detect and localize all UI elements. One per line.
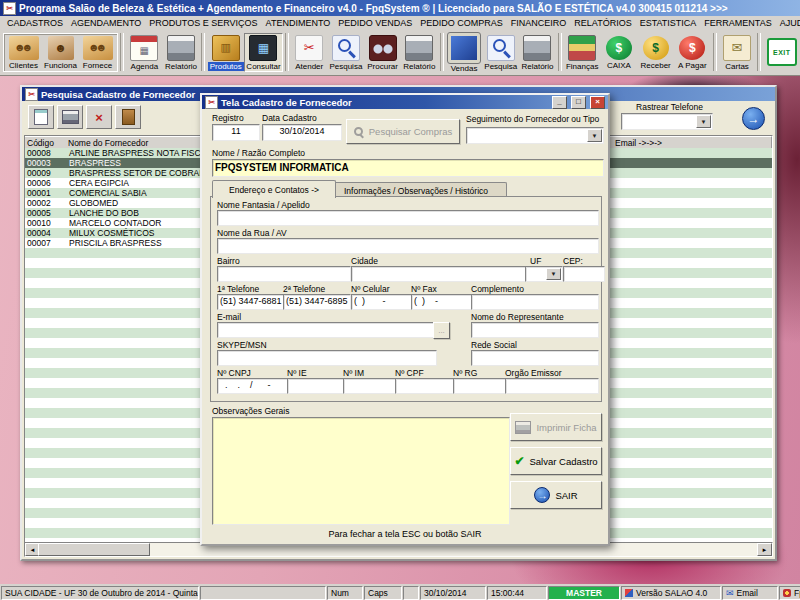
- representante-label: Nome do Representante: [471, 313, 564, 322]
- receber-button[interactable]: Receber: [637, 35, 674, 70]
- maximize-button[interactable]: □: [571, 96, 586, 109]
- menu-financeiro[interactable]: FINANCEIRO: [507, 16, 571, 29]
- go-search-button[interactable]: [742, 107, 765, 130]
- funcionarios-button[interactable]: Funciona: [42, 35, 79, 70]
- menu-cadastros[interactable]: CADASTROS: [3, 16, 67, 29]
- agenda-relatorio-button[interactable]: Relatório: [163, 34, 200, 71]
- tab-endereco-contatos[interactable]: Endereço e Contatos ->: [212, 180, 336, 198]
- salvar-cadastro-button[interactable]: Salvar Cadastro: [510, 447, 602, 475]
- status-email[interactable]: Email: [722, 586, 778, 600]
- agenda-button[interactable]: Agenda: [126, 34, 163, 71]
- email-browse-button[interactable]: ...: [433, 322, 450, 339]
- financas-button[interactable]: Finanças: [564, 34, 601, 71]
- menu-ferramentas[interactable]: FERRAMENTAS: [700, 16, 775, 29]
- tel2-field[interactable]: (51) 3447-6895: [283, 294, 351, 310]
- cnpj-field[interactable]: . . / -: [217, 378, 289, 394]
- menu-pedido-vendas[interactable]: PEDIDO VENDAS: [334, 16, 416, 29]
- toolbar-separator: [757, 33, 761, 71]
- print-button[interactable]: [57, 105, 83, 129]
- caixa-button[interactable]: CAIXA: [601, 35, 638, 70]
- status-location: SUA CIDADE - UF 30 de Outubro de 2014 - …: [1, 586, 199, 600]
- employees-icon: [48, 36, 74, 60]
- toolbar-separator: [558, 33, 562, 71]
- fornecedores-button[interactable]: Fornece: [79, 35, 116, 70]
- clients-icon: [9, 36, 39, 60]
- rastrear-telefone-combo[interactable]: -: [621, 113, 713, 130]
- data-cadastro-field[interactable]: 30/10/2014: [262, 124, 342, 141]
- menu-atendimento[interactable]: ATENDIMENTO: [262, 16, 335, 29]
- new-record-button[interactable]: [28, 105, 54, 129]
- atender-pesquisa-button[interactable]: Pesquisa: [328, 34, 365, 71]
- sair-button[interactable]: SAIR: [510, 481, 602, 509]
- uf-combo[interactable]: [525, 266, 563, 282]
- close-button[interactable]: ×: [590, 96, 605, 109]
- registro-field[interactable]: 11: [212, 124, 260, 141]
- cadastro-fornecedor-dialog: Tela Cadastro de Fornecedor _ □ × Regist…: [200, 93, 610, 546]
- chevron-down-icon[interactable]: [546, 268, 561, 280]
- complemento-field[interactable]: [471, 294, 599, 310]
- fax-field[interactable]: ( ) -: [411, 294, 473, 310]
- cpf-field[interactable]: [395, 378, 455, 394]
- nome-razao-field[interactable]: FPQSYSTEM INFORMATICA: [212, 159, 604, 177]
- complemento-label: Complemento: [471, 285, 524, 294]
- scroll-right-button[interactable]: ►: [757, 543, 772, 556]
- cartas-button[interactable]: Cartas: [719, 34, 756, 71]
- minimize-button[interactable]: _: [552, 96, 567, 109]
- status-num: Num: [327, 586, 363, 600]
- observacoes-textarea[interactable]: [212, 417, 510, 525]
- consultar-button[interactable]: Consultar: [244, 33, 283, 72]
- cidade-field[interactable]: [351, 266, 527, 282]
- atender-relatorio-button[interactable]: Relatório: [401, 34, 438, 71]
- menu-relatorios[interactable]: RELATÓRIOS: [570, 16, 635, 29]
- nome-fantasia-field[interactable]: [217, 210, 599, 226]
- ie-field[interactable]: [287, 378, 345, 394]
- toolbar-separator: [440, 33, 444, 71]
- atender-button[interactable]: Atender: [291, 34, 328, 71]
- menu-produtos-servicos[interactable]: PRODUTOS E SERVIÇOS: [145, 16, 261, 29]
- procurar-button[interactable]: Procurar: [364, 34, 401, 71]
- produtos-button[interactable]: Produtos: [207, 34, 244, 71]
- cep-field[interactable]: [563, 266, 605, 282]
- window-toolbar: [28, 105, 141, 129]
- printer-icon: [62, 110, 79, 124]
- celular-field[interactable]: ( ) -: [351, 294, 413, 310]
- close-window-button[interactable]: [115, 105, 141, 129]
- menu-ajuda[interactable]: AJUDA: [776, 16, 800, 29]
- tel1-field[interactable]: (51) 3447-6881: [217, 294, 285, 310]
- menu-estatistica[interactable]: ESTATISTICA: [636, 16, 701, 29]
- chevron-down-icon[interactable]: [696, 115, 711, 128]
- report-printer-icon: [405, 35, 433, 61]
- endereco-contatos-panel: Nome Fantasia / Apelido Nome da Rua / AV…: [210, 196, 602, 402]
- rua-field[interactable]: [217, 238, 599, 254]
- skype-field[interactable]: [217, 350, 437, 366]
- clientes-button[interactable]: Clientes: [5, 35, 42, 70]
- bairro-field[interactable]: [217, 266, 351, 282]
- dialog-titlebar[interactable]: Tela Cadastro de Fornecedor _ □ ×: [202, 95, 608, 109]
- door-icon: [122, 109, 135, 125]
- representante-field[interactable]: [471, 322, 599, 338]
- delete-button[interactable]: [86, 105, 112, 129]
- seguimento-combo[interactable]: [466, 127, 604, 144]
- vendas-button[interactable]: Vendas: [446, 32, 483, 73]
- rede-social-field[interactable]: [471, 350, 599, 366]
- menu-pedido-compras[interactable]: PEDIDO COMPRAS: [416, 16, 507, 29]
- scrollbar-thumb[interactable]: [38, 543, 150, 556]
- im-field[interactable]: [343, 378, 397, 394]
- rg-field[interactable]: [453, 378, 507, 394]
- exit-button[interactable]: EXIT: [763, 37, 800, 67]
- menu-agendamento[interactable]: AGENDAMENTO: [67, 16, 145, 29]
- email-label: E-mail: [217, 313, 241, 322]
- dialog-title: Tela Cadastro de Fornecedor: [221, 97, 352, 108]
- vendas-relatorio-button[interactable]: Relatório: [519, 34, 556, 71]
- toolbar-separator: [285, 33, 289, 71]
- email-field[interactable]: [217, 322, 437, 338]
- window-icon: [25, 88, 38, 101]
- pesquisar-compras-button[interactable]: Pesquisar Compras: [346, 119, 460, 144]
- vendas-pesquisa-button[interactable]: Pesquisa: [482, 34, 519, 71]
- dialog-footer-hint: Para fechar a tela ESC ou botão SAIR: [204, 529, 606, 539]
- celular-label: Nº Celular: [351, 285, 390, 294]
- apagar-button[interactable]: A Pagar: [674, 35, 711, 70]
- imprimir-ficha-button[interactable]: Imprimir Ficha: [510, 413, 602, 441]
- orgao-emissor-field[interactable]: [505, 378, 599, 394]
- chevron-down-icon[interactable]: [587, 129, 602, 142]
